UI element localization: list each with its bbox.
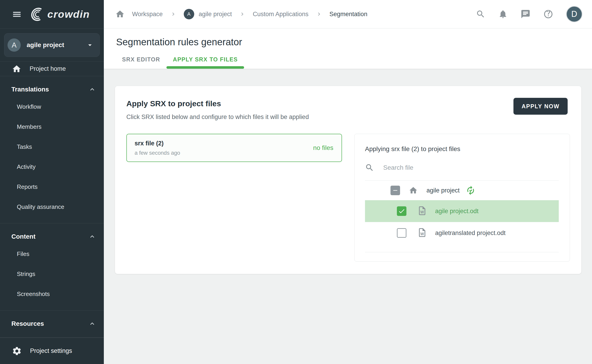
file-tree-panel: Applying srx file (2) to project files	[354, 134, 570, 262]
sidebar-footer-label: Project settings	[30, 347, 72, 354]
section-label: Translations	[11, 86, 49, 93]
file-name: agiletranslated project.odt	[435, 230, 506, 237]
apply-now-button[interactable]: APPLY NOW	[513, 98, 568, 115]
user-avatar[interactable]: D	[566, 6, 582, 22]
tabs: SRX EDITOR APPLY SRX TO FILES	[104, 56, 592, 69]
sidebar-header: crowdin	[0, 0, 104, 28]
home-icon	[12, 64, 21, 74]
srx-file-title: srx file (2)	[134, 140, 180, 147]
bell-icon[interactable]	[498, 9, 508, 19]
crowdin-logo[interactable]: crowdin	[29, 7, 90, 22]
section-label: Content	[11, 233, 35, 240]
sidebar-item-files[interactable]: Files	[0, 244, 104, 264]
page-body: Apply SRX to project files Click SRX lis…	[104, 69, 592, 364]
sidebar-section-resources: Resources	[0, 311, 104, 338]
tab-srx-editor[interactable]: SRX EDITOR	[116, 56, 166, 69]
tree-row-file[interactable]: W agiletranslated project.odt	[365, 222, 559, 244]
sidebar-item-label: Project home	[30, 65, 66, 72]
card-heading: Apply SRX to project files	[126, 99, 309, 108]
breadcrumb-segmentation: Segmentation	[329, 11, 367, 18]
breadcrumb-project-avatar: A	[184, 9, 194, 19]
sidebar-item-members[interactable]: Members	[0, 117, 104, 137]
page-header: Segmentation rules generator SRX EDITOR …	[104, 28, 592, 69]
project-selector-name: agile project	[27, 41, 80, 49]
srx-file-info: srx file (2) a few seconds ago	[134, 140, 180, 156]
search-icon[interactable]	[476, 9, 486, 19]
chevron-up-icon	[88, 233, 96, 240]
checkbox-checked[interactable]	[397, 206, 406, 216]
chat-icon[interactable]	[520, 9, 531, 19]
chevron-up-icon	[88, 320, 96, 328]
chevron-right-icon	[239, 11, 246, 17]
chevron-right-icon	[316, 11, 322, 17]
help-icon[interactable]	[543, 9, 553, 19]
tree-root-label: agile project	[426, 187, 460, 194]
sidebar-section-header-resources[interactable]: Resources	[0, 316, 104, 331]
srx-file-status: no files	[313, 144, 333, 151]
sidebar-section-header-content[interactable]: Content	[0, 229, 104, 244]
home-icon	[409, 186, 418, 195]
apply-srx-card: Apply SRX to project files Click SRX lis…	[115, 86, 581, 274]
file-search	[365, 163, 559, 172]
srx-file-item[interactable]: srx file (2) a few seconds ago no files	[126, 134, 342, 162]
word-letter: W	[420, 232, 424, 236]
tree-row-project-root[interactable]: agile project	[365, 181, 559, 200]
topbar-actions: D	[476, 6, 582, 22]
breadcrumb-home-icon[interactable]	[115, 9, 125, 19]
sidebar-section-content: Content Files Strings Screenshots	[0, 223, 104, 311]
file-name: agile project.odt	[435, 208, 479, 215]
word-file-icon: W	[417, 206, 427, 217]
srx-file-time: a few seconds ago	[134, 150, 180, 156]
search-input[interactable]	[383, 164, 559, 171]
project-selector[interactable]: A agile project	[4, 33, 100, 57]
crowdin-logo-text: crowdin	[47, 8, 90, 20]
sidebar-item-project-home[interactable]: Project home	[0, 62, 104, 76]
sync-success-icon	[466, 185, 476, 195]
card-columns: srx file (2) a few seconds ago no files …	[126, 134, 568, 262]
checkbox-unchecked[interactable]	[397, 228, 406, 238]
sidebar-item-reports[interactable]: Reports	[0, 177, 104, 197]
project-selector-wrap: A agile project	[0, 28, 104, 62]
chevron-down-icon	[86, 41, 94, 49]
page-title: Segmentation rules generator	[116, 37, 592, 48]
topbar: Workspace A agile project Custom Applica…	[104, 0, 592, 28]
chevron-up-icon	[88, 85, 96, 93]
sidebar-item-project-settings[interactable]: Project settings	[0, 338, 104, 364]
sidebar-item-quality-assurance[interactable]: Quality assurance	[0, 197, 104, 217]
sidebar-item-screenshots[interactable]: Screenshots	[0, 284, 104, 304]
card-subheading: Click SRX listed below and configure to …	[126, 114, 309, 121]
checkbox-indeterminate[interactable]	[391, 186, 400, 195]
breadcrumb-project-label: agile project	[199, 11, 232, 18]
sidebar-section-header-translations[interactable]: Translations	[0, 82, 104, 97]
chevron-right-icon	[170, 11, 176, 17]
sidebar-item-activity[interactable]: Activity	[0, 157, 104, 177]
word-file-icon: W	[417, 228, 427, 238]
search-icon	[365, 163, 374, 172]
sidebar-item-tasks[interactable]: Tasks	[0, 137, 104, 157]
file-tree: agile project	[365, 181, 559, 244]
panel-heading: Applying srx file (2) to project files	[365, 145, 559, 153]
sidebar-item-strings[interactable]: Strings	[0, 264, 104, 284]
breadcrumb-workspace[interactable]: Workspace	[132, 11, 163, 18]
breadcrumb: Workspace A agile project Custom Applica…	[115, 9, 476, 19]
tab-apply-srx-to-files[interactable]: APPLY SRX TO FILES	[166, 56, 244, 69]
divider	[365, 252, 559, 252]
sidebar: crowdin A agile project Project home Tra…	[0, 0, 104, 364]
project-avatar: A	[7, 39, 21, 52]
word-letter: W	[420, 210, 424, 214]
srx-list-column: srx file (2) a few seconds ago no files	[126, 134, 342, 262]
breadcrumb-project[interactable]: A agile project	[184, 9, 232, 19]
sidebar-item-workflow[interactable]: Workflow	[0, 97, 104, 117]
section-label: Resources	[11, 320, 44, 327]
menu-icon[interactable]	[12, 9, 22, 19]
card-header: Apply SRX to project files Click SRX lis…	[126, 98, 568, 121]
gear-icon	[12, 346, 22, 356]
main-area: Workspace A agile project Custom Applica…	[104, 0, 592, 364]
tree-row-file-selected[interactable]: W agile project.odt	[365, 200, 559, 222]
sidebar-section-translations: Translations Workflow Members Tasks Acti…	[0, 76, 104, 223]
crowdin-logo-mark	[29, 7, 44, 22]
breadcrumb-custom-applications[interactable]: Custom Applications	[253, 11, 308, 18]
